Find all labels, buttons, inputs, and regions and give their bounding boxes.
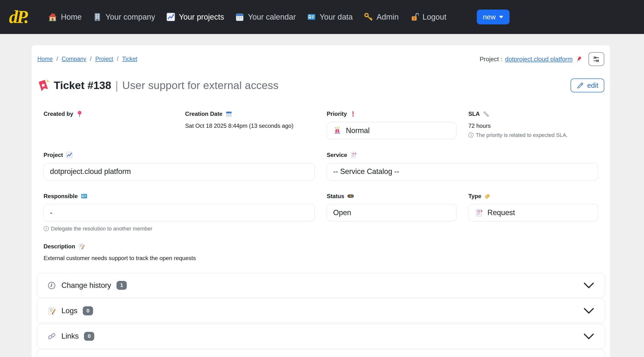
info-icon: ⓘ (468, 132, 474, 139)
chevron-down-icon (584, 308, 594, 314)
responsible-select[interactable]: - (44, 204, 315, 221)
nav-label: Logout (422, 12, 446, 22)
project-label: Project (44, 152, 63, 158)
project-banner: Project : dotproject.cloud platform (480, 52, 604, 66)
nav-label: Your data (320, 12, 352, 22)
clock-icon (47, 281, 56, 290)
switch-panel-button[interactable] (588, 52, 604, 66)
nav-label: Home (61, 12, 82, 22)
service-value: -- Service Catalog -- (333, 167, 399, 176)
app-logo[interactable]: dP. (9, 8, 28, 26)
nav-item-admin[interactable]: Admin (364, 12, 399, 22)
responsible-label-row: Responsible (44, 192, 315, 200)
page: dP. Home Your company Your projects Your… (0, 0, 644, 357)
calendar-icon (235, 12, 244, 22)
new-button-label: new (483, 13, 496, 21)
type-label: Type (468, 193, 481, 200)
breadcrumb-separator: / (56, 56, 58, 62)
status-select[interactable]: Open (327, 204, 456, 221)
field-status: Status Open (327, 192, 456, 232)
main-content-card: Home / Company / Project / Ticket Projec… (32, 45, 610, 357)
project-banner-label: Project : (480, 56, 502, 63)
project-select[interactable]: dotproject.cloud platform (44, 163, 315, 180)
responsible-note-text: Delegate the resolution to another membe… (51, 226, 152, 232)
round-pushpin-icon (76, 110, 83, 118)
building-icon (93, 12, 102, 22)
creation-date-label: Creation Date (185, 110, 222, 117)
status-label-row: Status (327, 192, 456, 200)
field-row-3: Responsible - ⓘ Delegate the resolution … (44, 192, 598, 232)
description-label-row: Description (44, 243, 598, 250)
field-responsible: Responsible - ⓘ Delegate the resolution … (44, 192, 315, 232)
description-label: Description (44, 243, 75, 250)
breadcrumb-separator: / (90, 56, 92, 62)
field-created-by: Created by (44, 110, 173, 139)
home-icon (48, 12, 57, 22)
sla-note-text: The priority is related to expected SLA. (476, 132, 568, 138)
chevron-down-icon (584, 282, 594, 288)
project-value: dotproject.cloud platform (50, 167, 131, 176)
breadcrumb: Home / Company / Project / Ticket (37, 56, 137, 62)
accordion-links[interactable]: Links 0 (36, 324, 605, 349)
id-card-icon (80, 192, 88, 200)
traffic-light-icon (347, 192, 354, 200)
nav-label: Your projects (179, 12, 224, 22)
breadcrumb-ticket[interactable]: Ticket (122, 56, 137, 62)
breadcrumb-separator: / (117, 56, 118, 62)
nav-item-home[interactable]: Home (48, 12, 82, 22)
sla-value: 72 hours (468, 122, 598, 129)
created-by-label-row: Created by (44, 110, 173, 118)
breadcrumb-project[interactable]: Project (95, 56, 113, 62)
ticket-icon (37, 80, 49, 92)
field-description: Description External customer needs supp… (44, 243, 598, 262)
edit-button-label: edit (587, 82, 598, 90)
responsible-label: Responsible (44, 193, 78, 200)
sla-label-row: SLA (468, 110, 598, 118)
project-banner-link[interactable]: dotproject.cloud platform (505, 56, 572, 63)
type-value: Request (488, 208, 515, 217)
breadcrumb-company[interactable]: Company (62, 56, 86, 62)
tag-icon (484, 192, 491, 200)
count-badge: 0 (84, 332, 94, 341)
accordion-logs[interactable]: Logs 0 (36, 298, 605, 323)
pushpin-icon (575, 56, 582, 63)
link-icon (47, 332, 56, 340)
chart-increasing-icon (66, 152, 73, 158)
memo-icon (78, 243, 85, 250)
nav-item-logout[interactable]: Logout (410, 12, 446, 22)
bookmark-tabs-icon (475, 208, 483, 217)
bookmark-tabs-icon (350, 152, 357, 158)
new-dropdown-button[interactable]: new (477, 10, 510, 24)
accordion-sla[interactable]: SLA 5 (36, 349, 605, 357)
edit-button[interactable]: edit (570, 78, 604, 92)
breadcrumb-home[interactable]: Home (37, 56, 53, 62)
calendar-icon (225, 110, 232, 118)
accordion-title: Links (62, 332, 79, 340)
nav-menu: Home Your company Your projects Your cal… (48, 12, 446, 22)
field-row-2: Project dotproject.cloud platform Servic… (44, 152, 598, 180)
type-select[interactable]: Request (468, 204, 598, 221)
nav-item-your-projects[interactable]: Your projects (166, 12, 224, 22)
count-badge: 1 (116, 281, 127, 290)
field-priority: Priority Normal (327, 110, 456, 139)
priority-select[interactable]: Normal (327, 122, 456, 139)
priority-label-row: Priority (327, 110, 456, 118)
service-select[interactable]: -- Service Catalog -- (327, 163, 598, 180)
accordion-change-history[interactable]: Change history 1 (36, 273, 605, 298)
responsible-note: ⓘ Delegate the resolution to another mem… (44, 225, 315, 232)
siren-icon (333, 126, 342, 135)
accordion-list: Change history 1 Logs 0 Links 0 SLA 5 (36, 273, 605, 357)
priority-value: Normal (346, 126, 370, 135)
sla-label: SLA (468, 110, 480, 117)
info-icon: ⓘ (44, 225, 49, 232)
caret-down-icon (499, 16, 503, 18)
creation-date-value: Sat Oct 18 2025 8:44pm (13 seconds ago) (185, 122, 315, 129)
nav-item-your-data[interactable]: Your data (307, 12, 353, 22)
top-navbar: dP. Home Your company Your projects Your… (0, 0, 644, 34)
service-label: Service (327, 152, 347, 158)
ticket-header: Ticket #138 | User support for external … (36, 78, 605, 92)
nav-item-your-company[interactable]: Your company (93, 12, 155, 22)
nav-item-your-calendar[interactable]: Your calendar (235, 12, 296, 22)
priority-label: Priority (327, 110, 347, 117)
nav-label: Admin (376, 12, 398, 22)
